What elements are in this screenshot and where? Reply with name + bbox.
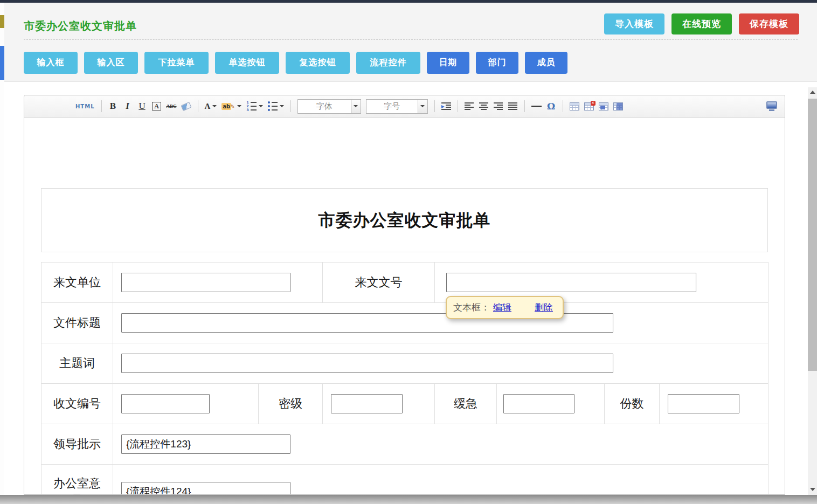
tooltip-label: 文本框： [453,301,490,314]
keywords-input[interactable] [121,354,613,373]
toolbar-separator [101,100,102,112]
incoming-unit-label: 来文单位 [41,263,113,303]
office-opinion-input[interactable] [121,482,290,495]
window-top-edge [0,0,817,3]
scroll-up-arrow[interactable] [808,87,817,96]
toolbar-separator [563,100,563,112]
field-control-buttons: 输入框 输入区 下拉菜单 单选按钮 复选按钮 流程控件 日期 部门 成员 [24,52,567,74]
table-properties-icon[interactable] [613,100,623,113]
form-template: 市委办公室收文审批单 来文单位 来文文号 文件标题 [41,188,768,494]
horizontal-rule-icon[interactable] [531,100,542,113]
add-department-button[interactable]: 部门 [476,52,518,74]
copies-input[interactable] [668,394,739,413]
background-fragment [0,15,4,28]
add-dropdown-button[interactable]: 下拉菜单 [144,52,209,74]
pencil-icon: ✎ [230,103,234,109]
header-divider [24,39,798,40]
table-row: 办公室意见 [41,465,768,495]
form-table: 来文单位 来文文号 文件标题 主题词 收文编号 [41,262,768,494]
window-bottom-edge [0,495,817,504]
editor-canvas[interactable]: 市委办公室收文审批单 来文单位 来文文号 文件标题 [24,118,785,494]
chevron-down-icon [259,105,263,107]
align-left-icon[interactable] [465,100,474,113]
incoming-unit-input[interactable] [121,273,290,292]
toolbar-separator [458,100,458,112]
keywords-label: 主题词 [41,343,113,384]
chevron-down-icon [351,100,361,113]
online-preview-button[interactable]: 在线预览 [671,13,732,34]
font-border-icon[interactable]: A [152,102,161,111]
fullscreen-icon[interactable] [766,101,777,111]
secrecy-label: 密级 [259,384,323,424]
toolbar-separator [198,100,198,112]
leader-comment-label: 领导批示 [41,424,113,465]
leader-comment-input[interactable] [121,434,290,454]
save-template-button[interactable]: 保存模板 [739,13,799,34]
toolbar-separator [524,100,525,112]
import-template-button[interactable]: 导入模板 [604,13,664,34]
eraser-icon [181,102,192,111]
strikethrough-icon[interactable]: ABC [167,100,177,113]
doc-number-label: 来文文号 [323,263,435,303]
urgency-label: 缓急 [435,384,497,424]
table-row: 收文编号 密级 缓急 份数 [41,384,768,424]
add-radio-button[interactable]: 单选按钮 [215,52,279,74]
add-checkbox-button[interactable]: 复选按钮 [286,52,350,74]
urgency-input[interactable] [503,394,574,413]
align-justify-icon[interactable] [508,100,518,113]
add-member-button[interactable]: 成员 [525,52,567,74]
add-input-box-button[interactable]: 输入框 [24,52,78,74]
page-left-edge [0,3,4,495]
toolbar-separator [290,100,291,112]
scroll-down-arrow[interactable] [808,485,817,494]
table-row: 主题词 [41,343,768,384]
italic-icon[interactable]: I [123,100,133,113]
bullet-list-icon[interactable] [268,100,284,113]
editor-toolbar: HTML B I U A ABC A ab✎ 1 2 3 [24,95,785,118]
bold-icon[interactable]: B [108,100,118,113]
rich-text-editor: HTML B I U A ABC A ab✎ 1 2 3 [24,95,785,495]
add-flow-control-button[interactable]: 流程控件 [356,52,420,74]
background-fragment [0,46,4,80]
chevron-down-icon [280,105,284,107]
chevron-down-icon [237,105,241,107]
chevron-down-icon [418,100,427,113]
template-designer-panel: 市委办公室收文审批单 导入模板 在线预览 保存模板 输入框 输入区 下拉菜单 单… [4,3,817,495]
add-input-area-button[interactable]: 输入区 [84,52,138,74]
remove-format-eraser-icon[interactable] [182,100,191,113]
font-family-select[interactable]: 字体 [297,99,361,114]
delete-table-icon[interactable] [584,100,594,113]
copies-label: 份数 [605,384,660,424]
page-title: 市委办公室收文审批单 [24,19,137,33]
cell-properties-icon[interactable] [599,100,608,113]
highlight-color-icon[interactable]: ab✎ [221,100,241,113]
align-right-icon[interactable] [494,100,503,113]
doc-title-label: 文件标题 [41,303,113,343]
indent-icon[interactable] [441,100,451,113]
table-row: 领导批示 [41,424,768,465]
delete-field-link[interactable]: 删除 [535,301,553,314]
office-opinion-label: 办公室意见 [41,465,113,495]
source-code-icon[interactable]: HTML [75,100,95,113]
form-title: 市委办公室收文审批单 [319,209,491,232]
insert-table-icon[interactable] [570,100,579,113]
header-actions: 导入模板 在线预览 保存模板 [604,13,799,34]
add-date-button[interactable]: 日期 [427,52,469,74]
special-character-icon[interactable]: Ω [546,100,556,113]
receipt-no-input[interactable] [121,394,210,413]
vertical-scrollbar[interactable] [808,87,817,495]
scrollbar-thumb[interactable] [808,99,817,371]
field-action-tooltip: 文本框： 编辑 删除 [446,296,564,319]
edit-field-link[interactable]: 编辑 [493,301,511,314]
doc-number-input[interactable] [446,273,696,292]
underline-icon[interactable]: U [137,100,147,113]
toolbar-separator [434,100,435,112]
ordered-list-icon[interactable]: 1 2 3 [246,100,263,113]
table-row: 文件标题 [41,303,768,343]
form-title-box: 市委办公室收文审批单 [41,188,768,252]
secrecy-input[interactable] [331,394,403,413]
table-row: 来文单位 来文文号 [41,263,768,303]
font-size-select[interactable]: 字号 [366,99,428,114]
align-center-icon[interactable] [479,100,489,113]
font-color-icon[interactable]: A [205,100,217,113]
